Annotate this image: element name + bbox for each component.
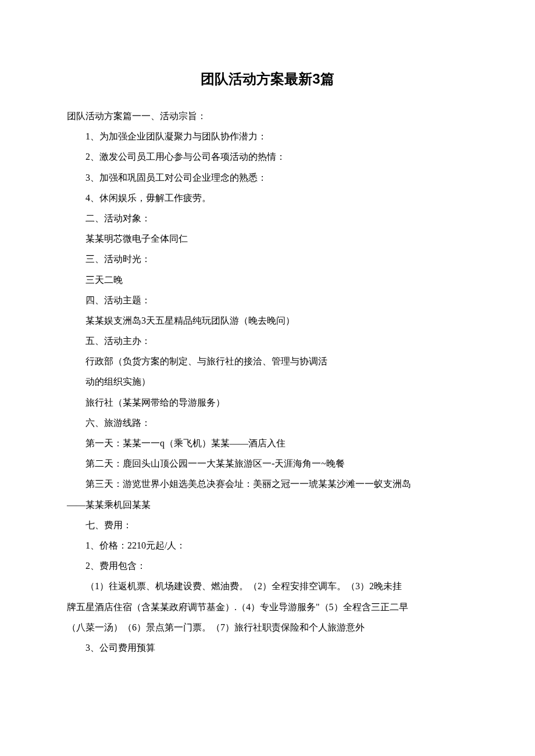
body-line: 第三天：游览世界小姐选美总决赛会址：美丽之冠一一琥某某沙滩一一蚁支洲岛 [67,474,468,494]
body-line: 第一天：某某一一q（乘飞机）某某——酒店入住 [67,433,468,453]
document-title: 团队活动方案最新3篇 [67,70,468,88]
body-line: 六、旅游线路： [67,413,468,433]
body-line: 旅行社（某某网带给的导游服务） [67,392,468,413]
body-line: 五、活动主办： [67,331,468,351]
body-line: 1、为加强企业团队凝聚力与团队协作潜力： [67,126,468,146]
body-line: 某某娱支洲岛3天五星精品纯玩团队游（晚去晚问） [67,310,468,331]
body-line: （八菜一汤）（6）景点第一门票。（7）旅行社职责保险和个人旅游意外 [67,617,468,637]
body-line: 2、费用包含： [67,556,468,576]
document-page: 团队活动方案最新3篇 团队活动方案篇一一、活动宗旨：1、为加强企业团队凝聚力与团… [0,0,535,693]
body-line: 七、费用： [67,515,468,535]
body-line: 二、活动对象： [67,208,468,228]
body-line: 第二天：鹿回头山顶公园一一大某某旅游区一-天涯海角一~晚餐 [67,453,468,474]
body-line: ——某某乘机回某某 [67,495,468,515]
body-line: 1、价格：2210元起/人： [67,535,468,556]
body-line: 三、活动时光： [67,249,468,269]
body-line: 某某明芯微电子全体同仁 [67,228,468,249]
body-line: 三天二晚 [67,270,468,290]
body-line: 2、激发公司员工用心参与公司各项活动的热情： [67,146,468,167]
body-line: 3、加强和巩固员工对公司企业理念的熟悉： [67,167,468,188]
body-line: （1）往返机票、机场建设费、燃油费。（2）全程安排空调车。（3）2晚未挂 [67,576,468,596]
body-line: 四、活动主题： [67,290,468,310]
document-body: 团队活动方案篇一一、活动宗旨：1、为加强企业团队凝聚力与团队协作潜力：2、激发公… [67,106,468,658]
body-line: 动的组织实施） [67,371,468,392]
body-line: 团队活动方案篇一一、活动宗旨： [67,106,468,126]
body-line: 行政部（负货方案的制定、与旅行社的接洽、管理与协调活 [67,351,468,371]
body-line: 3、公司费用预算 [67,637,468,658]
body-line: 牌五星酒店住宿（含某某政府调节基金）.（4）专业导游服务"（5）全程含三正二早 [67,597,468,617]
body-line: 4、休闲娱乐，毋解工作疲劳。 [67,188,468,208]
